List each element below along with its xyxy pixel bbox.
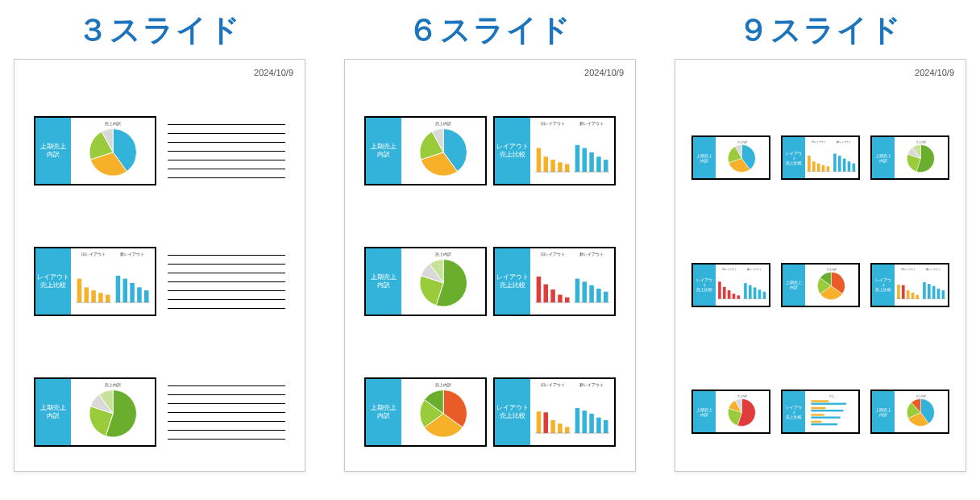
layouts-row: ３スライド 2024/10/9 上期売上 内訳売上内訳レイアウト 売上比較旧レイ… [0, 0, 980, 481]
slide-chart: 売上内訳 [76, 382, 150, 442]
svg-rect-55 [838, 156, 841, 172]
svg-rect-19 [582, 148, 587, 173]
handout-row: 上期売上 内訳売上内訳レイアウト 売上比較旧レイアウト新レイアウト [364, 116, 616, 185]
chart-title: 旧レイアウト [535, 252, 571, 258]
slide-sidebar: レイアウト 売上比較 [783, 391, 805, 432]
note-line [168, 124, 285, 125]
svg-rect-60 [718, 281, 721, 298]
slide-chart: 売上内訳 [717, 140, 766, 175]
svg-rect-34 [604, 292, 608, 302]
grid-6: 上期売上 内訳売上内訳レイアウト 売上比較旧レイアウト新レイアウト上期売上 内訳… [364, 116, 616, 447]
slide-chart: 売上内訳 [717, 394, 766, 429]
note-line [168, 151, 285, 152]
slide-sidebar: レイアウト 売上比較 [35, 248, 71, 315]
svg-rect-8 [130, 283, 135, 302]
note-line [168, 273, 285, 273]
handout-page-3: 2024/10/9 上期売上 内訳売上内訳レイアウト 売上比較旧レイアウト新レイ… [14, 59, 305, 472]
slide-thumb-pie_b: 上期売上 内訳売上内訳 [870, 135, 949, 180]
note-line [168, 177, 285, 178]
note-line [168, 264, 285, 265]
note-line [168, 385, 285, 386]
chart-title: 売上 [807, 394, 856, 398]
grid-3: 上期売上 内訳売上内訳レイアウト 売上比較旧レイアウト新レイアウト上期売上 内訳… [34, 116, 285, 447]
svg-rect-22 [604, 160, 608, 172]
slide-sidebar: 上期売上 内訳 [366, 248, 401, 315]
svg-rect-91 [811, 423, 837, 425]
layout-9-title: ９スライド [738, 10, 903, 51]
svg-rect-80 [932, 285, 936, 298]
slide-thumb-bars_a: レイアウト 売上比較旧レイアウト新レイアウト [34, 247, 156, 316]
svg-rect-37 [543, 412, 548, 433]
svg-rect-63 [733, 294, 736, 298]
svg-rect-18 [575, 145, 580, 172]
slide-chart: 旧レイアウト新レイアウト [717, 268, 766, 302]
slide-thumb-pie_d: 上期売上 内訳売上内訳 [691, 390, 770, 434]
note-line [168, 133, 285, 134]
slide-chart: 売上 [807, 394, 856, 429]
slide-chart: 売上内訳 [406, 252, 480, 311]
slide-sidebar: レイアウト 売上比較 [495, 248, 530, 315]
svg-rect-24 [537, 277, 542, 302]
svg-rect-7 [122, 279, 127, 303]
layout-6-slides: ６スライド 2024/10/9 上期売上 内訳売上内訳レイアウト 売上比較旧レイ… [341, 10, 639, 472]
svg-rect-69 [758, 290, 761, 298]
slide-chart: 旧レイアウト新レイアウト [896, 268, 945, 302]
slide-sidebar: 上期売上 内訳 [366, 118, 401, 184]
note-line [168, 439, 285, 440]
note-line [168, 281, 285, 282]
note-line [168, 430, 285, 431]
svg-rect-85 [811, 403, 846, 405]
slide-sidebar: 上期売上 内訳 [872, 137, 895, 178]
chart-title: 新レイアウト [574, 252, 609, 258]
svg-rect-89 [811, 417, 840, 419]
slide-sidebar: レイアウト 売上比較 [783, 137, 805, 178]
notes-lines [168, 124, 285, 178]
svg-rect-82 [941, 290, 945, 298]
chart-title: 新レイアウト [574, 382, 609, 389]
svg-rect-2 [91, 290, 96, 302]
svg-rect-39 [558, 423, 563, 433]
slide-thumb-bars_c: レイアウト 売上比較旧レイアウト新レイアウト [870, 263, 949, 307]
page-date: 2024/10/9 [584, 68, 624, 77]
svg-rect-58 [852, 164, 855, 172]
chart-title: 旧レイアウト [535, 382, 571, 389]
note-line [168, 290, 285, 291]
handout-row: レイアウト 売上比較旧レイアウト新レイアウト上期売上 内訳売上内訳レイアウト 売… [691, 263, 949, 307]
svg-rect-64 [737, 295, 741, 298]
handout-row: 上期売上 内訳売上内訳 [34, 116, 285, 185]
svg-rect-74 [907, 290, 910, 298]
svg-rect-12 [537, 148, 542, 173]
svg-rect-44 [589, 414, 594, 433]
svg-rect-62 [728, 290, 731, 298]
note-line [168, 421, 285, 422]
slide-chart: 売上内訳 [807, 268, 856, 302]
slide-thumb-pie_b: 上期売上 内訳売上内訳 [34, 377, 156, 447]
slide-thumb-pie_c: 上期売上 内訳売上内訳 [364, 377, 487, 447]
slide-sidebar: レイアウト 売上比較 [495, 118, 530, 184]
handout-row: 上期売上 内訳売上内訳 [34, 377, 285, 447]
slide-sidebar: 上期売上 内訳 [35, 379, 71, 445]
note-line [168, 255, 285, 256]
svg-rect-72 [897, 284, 900, 298]
svg-rect-42 [575, 408, 580, 433]
svg-rect-70 [762, 291, 766, 298]
handout-row: レイアウト 売上比較旧レイアウト新レイアウト [34, 247, 285, 316]
svg-rect-88 [811, 415, 824, 416]
svg-rect-14 [550, 160, 555, 172]
layout-3-title: ３スライド [77, 10, 242, 51]
svg-rect-86 [811, 407, 825, 409]
slide-sidebar: 上期売上 内訳 [783, 265, 805, 306]
notes-lines [168, 385, 285, 440]
slide-sidebar: 上期売上 内訳 [35, 118, 71, 184]
page-date: 2024/10/9 [254, 68, 293, 77]
svg-rect-79 [928, 284, 931, 298]
slide-thumb-bars_b: レイアウト 売上比較旧レイアウト新レイアウト [493, 247, 616, 316]
slide-sidebar: 上期売上 内訳 [366, 379, 401, 445]
svg-rect-32 [589, 285, 594, 302]
slide-sidebar: 上期売上 内訳 [693, 137, 716, 178]
slide-thumb-bars_a: レイアウト 売上比較旧レイアウト新レイアウト [781, 135, 860, 180]
slide-chart: 旧レイアウト新レイアウト [535, 252, 609, 311]
svg-rect-50 [817, 164, 820, 172]
svg-rect-31 [582, 281, 587, 302]
svg-rect-3 [98, 293, 103, 302]
